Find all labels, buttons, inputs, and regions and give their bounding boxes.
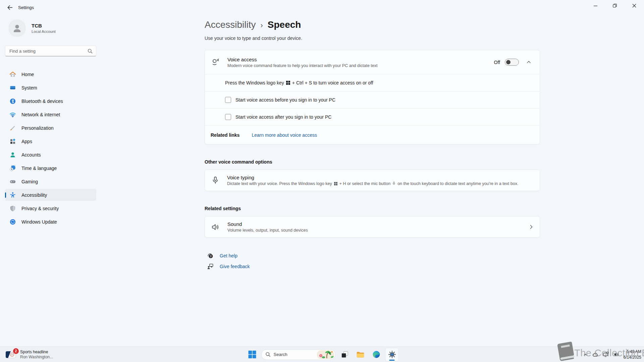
sidebar-item-accessibility[interactable]: Accessibility bbox=[5, 189, 96, 201]
tray-chevron-up-icon[interactable] bbox=[582, 351, 589, 358]
settings-app-button[interactable] bbox=[385, 348, 399, 361]
sidebar-item-label: Network & internet bbox=[21, 112, 60, 117]
task-view-icon bbox=[341, 351, 348, 358]
sound-settings-card[interactable]: Sound Volume levels, output, input, soun… bbox=[205, 216, 540, 238]
breadcrumb-accessibility[interactable]: Accessibility bbox=[205, 19, 256, 30]
breadcrumb: Accessibility › Speech bbox=[205, 19, 540, 30]
sidebar-item-label: Home bbox=[21, 72, 34, 77]
system-icon bbox=[9, 84, 16, 91]
give-feedback-link[interactable]: Give feedback bbox=[207, 263, 540, 270]
minimize-icon bbox=[594, 4, 597, 8]
taskbar-search-placeholder: Search bbox=[274, 352, 314, 357]
start-after-signin-checkbox[interactable] bbox=[225, 114, 231, 120]
voice-access-card: Voice access Modern voice command featur… bbox=[205, 50, 540, 144]
get-help-link[interactable]: ? Get help bbox=[207, 252, 540, 259]
settings-search-input[interactable] bbox=[9, 49, 88, 54]
edge-browser-button[interactable] bbox=[370, 348, 383, 361]
maximize-button[interactable] bbox=[605, 0, 625, 11]
other-options-header: Other voice command options bbox=[205, 159, 540, 165]
start-button[interactable] bbox=[246, 348, 259, 361]
restore-icon bbox=[613, 4, 617, 8]
page-title: Speech bbox=[268, 19, 301, 30]
onedrive-cloud-icon[interactable] bbox=[592, 351, 599, 358]
sidebar-item-label: Bluetooth & devices bbox=[21, 99, 63, 104]
apps-icon bbox=[9, 138, 16, 145]
clock[interactable]: 5:49 AM 6/14/2025 bbox=[624, 349, 641, 360]
sidebar-item-label: Apps bbox=[21, 139, 32, 144]
svg-text:?: ? bbox=[210, 255, 212, 258]
widget-headline: Sports headline bbox=[20, 350, 53, 354]
widgets-button[interactable]: 2 Sports headline Ron Washington... bbox=[3, 347, 55, 362]
voice-access-toggle-label: Off bbox=[494, 60, 500, 65]
voice-access-collapse-button[interactable] bbox=[524, 57, 534, 67]
voice-typing-card[interactable]: Voice typing Dictate text with your voic… bbox=[205, 170, 540, 191]
sound-title: Sound bbox=[227, 221, 308, 227]
minimize-button[interactable] bbox=[586, 0, 605, 11]
sidebar-item-system[interactable]: System bbox=[5, 82, 96, 94]
user-account[interactable]: TCB Local Account bbox=[8, 19, 93, 37]
sidebar-item-label: System bbox=[21, 85, 37, 90]
related-settings-header: Related settings bbox=[205, 206, 540, 211]
user-name: TCB bbox=[32, 23, 56, 29]
sidebar-item-home[interactable]: Home bbox=[5, 68, 96, 80]
window-title: Settings bbox=[18, 5, 34, 10]
task-view-button[interactable] bbox=[338, 348, 352, 361]
learn-more-voice-access-link[interactable]: Learn more about voice access bbox=[252, 132, 317, 138]
sidebar-item-bluetooth-devices[interactable]: Bluetooth & devices bbox=[5, 95, 96, 107]
back-button[interactable] bbox=[4, 3, 15, 12]
back-arrow-icon bbox=[7, 5, 13, 10]
sidebar-item-windows-update[interactable]: Windows Update bbox=[5, 216, 96, 228]
checkbox-label: Start voice access after you sign in to … bbox=[235, 114, 331, 120]
system-tray: 5:49 AM 6/14/2025 bbox=[582, 347, 641, 362]
sidebar-item-apps[interactable]: Apps bbox=[5, 135, 96, 147]
sidebar-item-privacy-security[interactable]: Privacy & security bbox=[5, 202, 96, 214]
shortcut-text-part2: + Ctrl + S to turn voice access on or of… bbox=[292, 80, 373, 85]
voice-access-toggle[interactable] bbox=[505, 59, 519, 66]
voice-access-description: Modern voice command feature to help you… bbox=[227, 63, 377, 68]
mic-button-icon bbox=[392, 181, 396, 186]
personalization-icon bbox=[9, 125, 16, 131]
voice-access-header: Voice access Modern voice command featur… bbox=[205, 50, 540, 74]
get-help-icon: ? bbox=[207, 252, 214, 259]
sidebar-item-network-internet[interactable]: Network & internet bbox=[5, 109, 96, 120]
start-before-signin-checkbox[interactable] bbox=[225, 97, 231, 103]
volume-icon[interactable] bbox=[613, 351, 620, 358]
search-icon bbox=[266, 352, 271, 357]
settings-gear-icon bbox=[388, 350, 396, 359]
windows-update-icon bbox=[9, 219, 16, 225]
network-icon bbox=[9, 111, 16, 118]
breadcrumb-separator: › bbox=[260, 20, 263, 30]
windows-key-icon bbox=[286, 81, 290, 85]
page-subtitle: Use your voice to type and control your … bbox=[205, 36, 540, 41]
settings-search-box[interactable] bbox=[5, 46, 96, 56]
related-links-row: Related links Learn more about voice acc… bbox=[205, 125, 540, 144]
toggle-knob bbox=[506, 60, 511, 64]
search-highlight-image[interactable] bbox=[317, 350, 334, 359]
taskbar-search[interactable]: Search bbox=[261, 349, 336, 360]
related-links-label: Related links bbox=[211, 132, 239, 138]
search-icon bbox=[88, 49, 93, 54]
close-button[interactable] bbox=[625, 0, 644, 11]
avatar bbox=[8, 19, 26, 37]
sidebar-item-personalization[interactable]: Personalization bbox=[5, 122, 96, 134]
widget-subtext: Ron Washington... bbox=[20, 355, 53, 359]
voice-typing-title: Voice typing bbox=[227, 175, 518, 180]
sidebar-item-accounts[interactable]: Accounts bbox=[5, 149, 96, 161]
shortcut-text-part1: Press the Windows logo key bbox=[225, 80, 284, 85]
tray-time: 5:49 AM bbox=[624, 349, 641, 354]
sidebar-item-label: Time & language bbox=[21, 166, 57, 171]
accessibility-icon bbox=[9, 192, 16, 198]
sidebar-item-time-language[interactable]: Time & language bbox=[5, 162, 96, 174]
title-bar: Settings bbox=[0, 0, 644, 14]
voice-typing-desc-part3: on the touch keyboard to dictate text an… bbox=[397, 181, 518, 186]
sidebar-item-label: Personalization bbox=[21, 125, 54, 131]
notification-badge: 2 bbox=[13, 348, 19, 354]
display-keyboard-icon[interactable] bbox=[603, 351, 609, 358]
gaming-icon bbox=[9, 178, 16, 185]
voice-access-title: Voice access bbox=[227, 57, 377, 62]
get-help-label[interactable]: Get help bbox=[220, 253, 237, 258]
give-feedback-label[interactable]: Give feedback bbox=[220, 264, 250, 269]
file-explorer-button[interactable] bbox=[354, 348, 367, 361]
microphone-icon bbox=[211, 176, 220, 185]
sidebar-item-gaming[interactable]: Gaming bbox=[5, 176, 96, 187]
